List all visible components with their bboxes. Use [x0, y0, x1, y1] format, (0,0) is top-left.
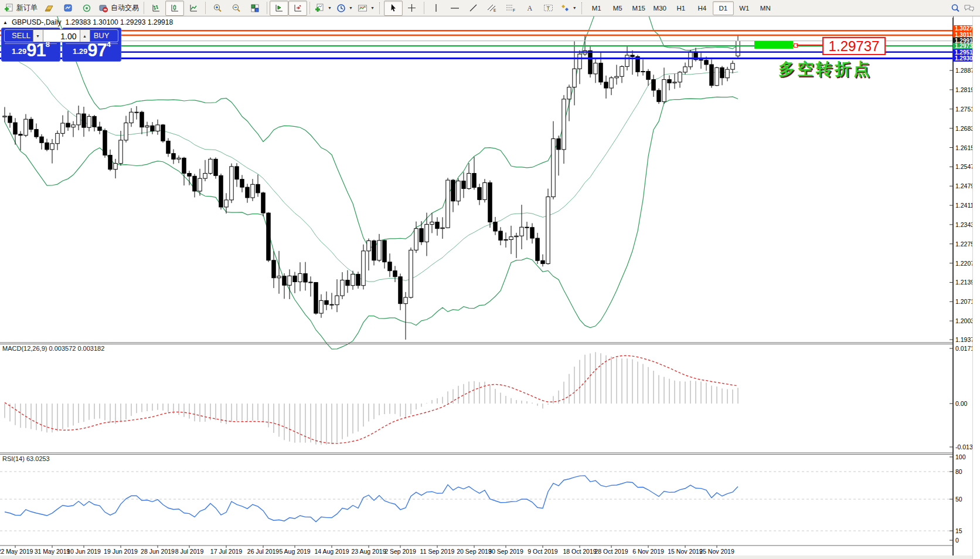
periods-button[interactable]: ▼	[334, 1, 355, 16]
indicators-icon	[315, 4, 325, 13]
horizontal-line-button[interactable]	[445, 1, 464, 16]
timeframe-h1-button[interactable]: H1	[671, 1, 692, 15]
bull-candle	[3, 116, 6, 117]
bull-candle	[351, 274, 355, 285]
timeframe-d1-button[interactable]: D1	[713, 1, 734, 15]
timeframe-m5-button[interactable]: M5	[607, 1, 628, 15]
equidistant-channel-button[interactable]: E	[483, 1, 502, 16]
bar-chart-button[interactable]	[147, 1, 165, 16]
rsi-value: 63.0253	[26, 455, 50, 462]
templates-button[interactable]: ▼	[355, 1, 377, 16]
chart-plot-area[interactable]	[0, 0, 953, 555]
bull-candle	[683, 67, 687, 72]
alerts-icon	[82, 4, 91, 13]
price-callout-label[interactable]: 1.29737	[822, 37, 886, 55]
bear-candle	[372, 240, 376, 260]
bear-candle	[420, 229, 423, 242]
bear-candle	[530, 228, 534, 238]
bear-candle	[588, 50, 592, 74]
bull-candle	[341, 280, 344, 296]
bear-candle	[8, 116, 12, 123]
bull-candle	[298, 273, 302, 282]
svg-text:T: T	[547, 5, 550, 11]
candlestick-chart-button[interactable]	[165, 1, 184, 16]
bull-candle	[594, 63, 597, 74]
bear-candle	[161, 125, 165, 141]
bull-candle	[678, 72, 682, 82]
bear-candle	[246, 187, 249, 198]
window-edge	[972, 16, 980, 559]
macd-label: MACD(12,26,9) 0.003572 0.003182	[2, 345, 104, 352]
bull-candle	[520, 227, 523, 236]
buy-price-big: 97	[87, 40, 106, 60]
timeframe-h4-button[interactable]: H4	[692, 1, 713, 15]
cursor-button[interactable]	[384, 1, 403, 16]
arrows-button[interactable]: ▼	[558, 1, 579, 16]
bear-candle	[108, 155, 112, 170]
timeframe-m30-button[interactable]: M30	[649, 1, 671, 15]
bear-candle	[45, 143, 49, 150]
templates-icon	[358, 4, 368, 13]
bull-candle	[177, 158, 181, 159]
bear-candle	[599, 63, 603, 82]
bear-candle	[272, 260, 275, 278]
zoom-out-icon	[232, 4, 241, 13]
panel-collapse-icon[interactable]: ▲	[3, 20, 8, 25]
ohlc-values: 1.29383 1.30100 1.29293 1.29918	[66, 18, 173, 26]
auto-scroll-button[interactable]	[270, 1, 288, 16]
date-tick-label: 2 Sep 2019	[384, 548, 416, 555]
turning-point-annotation[interactable]: 多空转折点	[778, 58, 872, 80]
macd-tick-label: 0.00	[955, 400, 967, 407]
timeframe-w1-button[interactable]: W1	[734, 1, 755, 15]
timeframe-mn-button[interactable]: MN	[755, 1, 776, 15]
line-chart-button[interactable]	[184, 1, 203, 16]
profiles-button[interactable]	[40, 1, 59, 16]
bull-candle	[625, 55, 629, 66]
bear-candle	[214, 159, 217, 175]
timeframe-m1-button[interactable]: M1	[586, 1, 607, 15]
highlight-rectangle[interactable]	[754, 41, 793, 49]
chart-shift-button[interactable]	[288, 1, 307, 16]
zoom-in-button[interactable]	[208, 1, 227, 16]
text-label-button[interactable]: T	[539, 1, 558, 16]
date-tick-label: 17 Jul 2019	[210, 548, 242, 555]
new-order-button[interactable]: 新订单	[2, 1, 40, 16]
chat-icon[interactable]	[964, 4, 975, 13]
bear-candle	[699, 60, 703, 60]
crosshair-button[interactable]	[403, 1, 421, 16]
bear-candle	[646, 72, 650, 80]
bear-candle	[388, 262, 392, 271]
zoom-out-button[interactable]	[227, 1, 246, 16]
bull-candle	[145, 126, 149, 127]
toolbar-separator	[309, 2, 310, 14]
new-order-label: 新订单	[16, 3, 38, 13]
trendline-button[interactable]	[464, 1, 483, 16]
volume-increase-button[interactable]: ▲	[80, 29, 90, 42]
bear-candle	[541, 260, 545, 263]
text-button[interactable]: A	[520, 1, 539, 16]
volume-input[interactable]: 1.00	[43, 29, 80, 42]
vertical-line-button[interactable]	[427, 1, 445, 16]
bull-candle	[288, 276, 291, 285]
fibonacci-button[interactable]: F	[502, 1, 520, 16]
fibonacci-icon: F	[506, 4, 516, 12]
indicators-button[interactable]: ▼	[312, 1, 334, 16]
svg-text:E: E	[494, 8, 496, 12]
toolbar: 新订单 自动交易	[0, 0, 980, 16]
tile-windows-icon	[250, 4, 260, 13]
autotrading-button[interactable]: 自动交易	[96, 1, 141, 16]
toolbar-grip	[379, 2, 382, 14]
volume-decrease-button[interactable]: ▼	[33, 29, 43, 42]
bear-candle	[451, 180, 455, 201]
bull-candle	[483, 182, 486, 199]
bull-candle	[446, 180, 450, 228]
alerts-button[interactable]	[77, 1, 96, 16]
search-icon[interactable]	[951, 4, 960, 13]
bull-candle	[335, 296, 339, 304]
rsi-tick-label: 50	[955, 496, 962, 503]
bull-candle	[50, 144, 54, 150]
tile-windows-button[interactable]	[246, 1, 264, 16]
bull-candle	[441, 228, 444, 228]
timeframe-m15-button[interactable]: M15	[628, 1, 649, 15]
market-watch-button[interactable]	[59, 1, 77, 16]
